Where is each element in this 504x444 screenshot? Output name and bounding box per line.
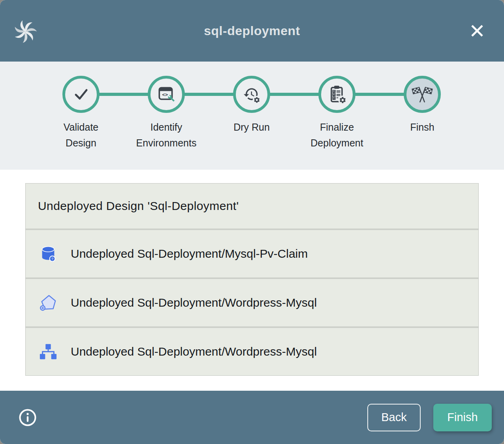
info-icon <box>18 408 37 427</box>
status-row-text: Undeployed Sql-Deployment/Wordpress-Mysq… <box>71 296 317 309</box>
step-label: Validate Design <box>64 119 99 151</box>
step-finalize-deployment: Finalize Deployment <box>293 76 380 151</box>
dialog-body: Undeployed Design 'Sql-Deployment' ? Und… <box>0 170 504 391</box>
step-finish: Finsh <box>379 76 466 135</box>
check-icon <box>71 84 91 105</box>
sync-gear-icon <box>241 84 262 105</box>
code-window-wrench-icon: <> <box>156 84 176 104</box>
hierarchy-icon <box>39 343 57 361</box>
status-row-wordpress-mysql-1: Undeployed Sql-Deployment/Wordpress-Mysq… <box>26 279 478 326</box>
dialog-footer: Back Finish <box>0 391 504 444</box>
status-header-text: Undeployed Design 'Sql-Deployment' <box>38 199 239 213</box>
status-row-text: Undeployed Sql-Deployment/Wordpress-Mysq… <box>71 345 317 358</box>
meshery-swirl-logo <box>13 19 38 44</box>
stepper: Validate Design <> Identify Environments <box>0 62 504 170</box>
step-circle-identify-environments[interactable]: <> <box>148 76 185 113</box>
step-circle-validate-design[interactable] <box>62 76 100 113</box>
step-label: Identify Environments <box>136 119 197 151</box>
step-validate-design: Validate Design <box>38 76 124 151</box>
step-circle-dry-run[interactable] <box>233 76 270 113</box>
step-circle-finish[interactable] <box>404 76 441 113</box>
deployment-status-panel: Undeployed Design 'Sql-Deployment' ? Und… <box>25 183 479 376</box>
deployment-wizard-dialog: sql-deployment Validate Design <> <box>0 0 504 444</box>
finish-button[interactable]: Finish <box>433 404 492 431</box>
svg-text:?: ? <box>51 257 53 261</box>
status-row-wordpress-mysql-2: Undeployed Sql-Deployment/Wordpress-Mysq… <box>26 328 478 375</box>
close-button[interactable] <box>466 20 488 42</box>
svg-text:<>: <> <box>162 92 168 97</box>
step-identify-environments: <> Identify Environments <box>123 76 210 151</box>
clipboard-gear-icon <box>327 84 347 105</box>
database-question-icon: ? <box>39 245 57 263</box>
step-label: Dry Run <box>233 119 270 135</box>
checkered-flags-icon <box>412 84 433 105</box>
step-label: Finalize Deployment <box>310 119 363 151</box>
pentagon-badge-icon <box>39 294 57 312</box>
status-header-row: Undeployed Design 'Sql-Deployment' <box>26 184 478 229</box>
dialog-header: sql-deployment <box>0 0 504 62</box>
dialog-title: sql-deployment <box>0 24 504 38</box>
step-dry-run: Dry Run <box>208 76 295 135</box>
step-label: Finsh <box>410 119 434 135</box>
info-button[interactable] <box>18 408 37 427</box>
status-row-mysql-pv-claim: ? Undeployed Sql-Deployment/Mysql-Pv-Cla… <box>26 230 478 277</box>
status-row-text: Undeployed Sql-Deployment/Mysql-Pv-Claim <box>71 247 308 260</box>
back-button[interactable]: Back <box>367 404 421 431</box>
close-icon <box>468 21 487 40</box>
footer-actions: Back Finish <box>367 404 492 431</box>
step-circle-finalize-deployment[interactable] <box>318 76 355 113</box>
